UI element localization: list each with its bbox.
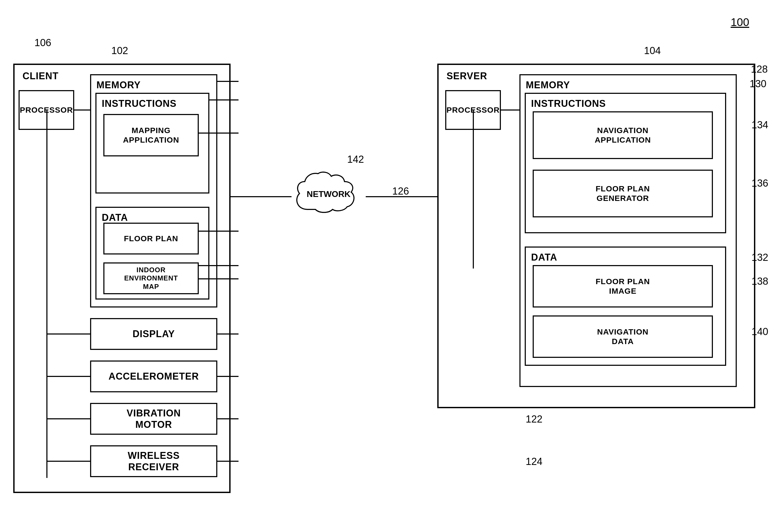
ref-140: 140 (751, 326, 768, 337)
ref-132: 132 (751, 252, 768, 263)
ref110-line (209, 99, 239, 100)
ref-106: 106 (35, 37, 51, 48)
ref117-line (199, 278, 239, 279)
network-label: NETWORK (291, 189, 366, 199)
ref112-line (199, 231, 239, 232)
floor-plan-image-label: FLOOR PLANIMAGE (596, 277, 650, 296)
ref-124: 124 (526, 456, 542, 467)
client-network-line (231, 196, 291, 197)
wireless-receiver-box: WIRELESSRECEIVER (90, 445, 217, 477)
ref-138: 138 (751, 276, 768, 287)
client-instructions-label: INSTRUCTIONS (102, 98, 176, 109)
ref-134: 134 (751, 119, 768, 131)
vibration-motor-label: VIBRATIONMOTOR (127, 407, 181, 430)
network-cloud-container: NETWORK (291, 170, 366, 224)
floor-plan-label: FLOOR PLAN (124, 234, 178, 243)
ref-130: 130 (750, 78, 767, 90)
floor-plan-generator-box: FLOOR PLANGENERATOR (533, 170, 713, 217)
ref124-line (217, 461, 239, 462)
client-data-label: DATA (102, 212, 128, 223)
server-memory-label: MEMORY (526, 79, 570, 91)
indoor-environment-map-box: INDOORENVIRONMENTMAP (104, 262, 199, 294)
ref122-line (217, 418, 239, 419)
ref-122: 122 (526, 413, 542, 425)
client-label: CLIENT (23, 70, 58, 82)
indoor-environment-map-label: INDOORENVIRONMENTMAP (124, 266, 178, 291)
mapping-application-label: MAPPINGAPPLICATION (123, 126, 179, 145)
display-label: DISPLAY (132, 328, 175, 339)
proc-accel-line (46, 376, 90, 377)
ref-100: 100 (731, 16, 749, 29)
ref120-line (217, 376, 239, 377)
accelerometer-box: ACCELEROMETER (90, 361, 217, 392)
ref-136: 136 (751, 177, 768, 189)
ref108-line (217, 81, 239, 82)
ref-126: 126 (392, 186, 409, 197)
proc-mem-line (74, 110, 91, 111)
server-instructions-label: INSTRUCTIONS (531, 98, 606, 109)
server-label: SERVER (447, 70, 487, 82)
server-proc-vert-line (473, 110, 474, 269)
proc-vibration-line (46, 418, 90, 419)
ref114-line (199, 132, 239, 134)
proc-vert-line (46, 110, 47, 478)
ref118-line (217, 333, 239, 334)
floor-plan-image-box: FLOOR PLANIMAGE (533, 265, 713, 308)
ref116-line (199, 265, 239, 266)
navigation-application-label: NAVIGATIONAPPLICATION (595, 126, 651, 145)
ref-104: 104 (644, 45, 661, 56)
navigation-data-box: NAVIGATIONDATA (533, 316, 713, 358)
wireless-receiver-label: WIRELESSRECEIVER (128, 450, 180, 473)
server-proc-mem-line (501, 110, 520, 111)
mapping-application-box: MAPPINGAPPLICATION (104, 114, 199, 156)
ref-142: 142 (347, 154, 364, 165)
ref-102: 102 (111, 45, 128, 56)
floor-plan-generator-label: FLOOR PLANGENERATOR (596, 184, 650, 203)
client-memory-label: MEMORY (96, 79, 141, 91)
floor-plan-box: FLOOR PLAN (104, 223, 199, 254)
accelerometer-label: ACCELEROMETER (109, 371, 199, 382)
server-data-label: DATA (531, 252, 557, 263)
proc-wireless-line (46, 461, 90, 462)
navigation-data-label: NAVIGATIONDATA (597, 327, 649, 346)
navigation-application-box: NAVIGATIONAPPLICATION (533, 111, 713, 159)
display-box: DISPLAY (90, 318, 217, 350)
ref-128: 128 (751, 64, 768, 75)
diagram: 100 CLIENT 106 102 PROCESSOR MEMORY 108 … (0, 0, 781, 532)
vibration-motor-box: VIBRATIONMOTOR (90, 403, 217, 435)
proc-display-line (46, 333, 90, 334)
